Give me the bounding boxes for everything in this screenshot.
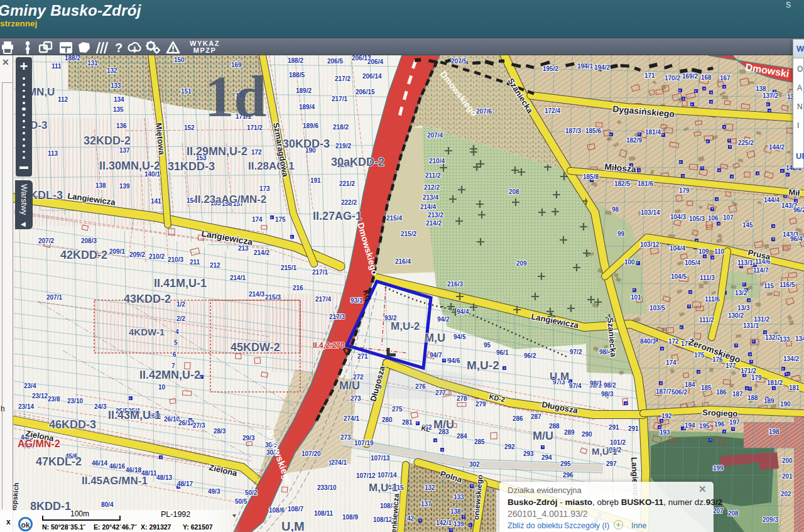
svg-text:273: 273 — [350, 395, 361, 402]
svg-text:217/2: 217/2 — [335, 75, 350, 82]
svg-text:296: 296 — [563, 472, 573, 479]
svg-text:137: 137 — [421, 501, 432, 508]
svg-text:KDL-3: KDL-3 — [30, 189, 63, 202]
svg-text:221/2: 221/2 — [339, 180, 355, 187]
svg-text:U,M: U,M — [550, 371, 569, 383]
svg-text:138: 138 — [756, 85, 766, 92]
svg-text:110: 110 — [714, 248, 725, 255]
svg-text:94/5: 94/5 — [454, 334, 466, 340]
svg-text:209/1: 209/1 — [109, 248, 125, 255]
svg-text:215/3: 215/3 — [265, 294, 281, 301]
svg-text:273: 273 — [340, 434, 351, 441]
svg-text:KL: KL — [421, 424, 432, 433]
svg-text:23/12: 23/12 — [32, 393, 48, 399]
svg-text:108/9: 108/9 — [342, 514, 358, 521]
svg-text:47KDL-2: 47KDL-2 — [36, 455, 82, 468]
svg-text:206/15: 206/15 — [356, 89, 375, 95]
svg-text:207/4: 207/4 — [427, 132, 443, 139]
svg-text:281: 281 — [402, 419, 413, 426]
svg-text:13/3: 13/3 — [737, 305, 750, 312]
svg-text:1/2: 1/2 — [177, 301, 185, 308]
svg-text:II.27AG-1: II.27AG-1 — [313, 210, 362, 222]
svg-text:50/5: 50/5 — [235, 498, 247, 505]
svg-text:286: 286 — [513, 415, 523, 422]
svg-text:181/2: 181/2 — [767, 379, 783, 386]
svg-text:206/14: 206/14 — [362, 73, 382, 80]
svg-text:186: 186 — [716, 389, 727, 396]
svg-text:111: 111 — [52, 63, 62, 70]
svg-text:289: 289 — [564, 429, 575, 436]
svg-text:213/4: 213/4 — [423, 194, 438, 201]
svg-text:II.42MN,U-2: II.42MN,U-2 — [139, 369, 200, 381]
svg-text:107/12: 107/12 — [356, 472, 376, 479]
svg-text:274/1: 274/1 — [331, 459, 347, 466]
svg-text:174: 174 — [252, 216, 263, 223]
svg-text:182/9: 182/9 — [626, 137, 642, 144]
svg-text:98/1: 98/1 — [590, 380, 602, 387]
svg-text:103/14: 103/14 — [641, 209, 660, 216]
svg-text:132/2: 132/2 — [765, 334, 781, 341]
svg-text:302: 302 — [469, 461, 480, 468]
svg-text:115: 115 — [764, 283, 774, 290]
svg-text:107: 107 — [723, 214, 734, 221]
svg-text:108/11: 108/11 — [314, 510, 333, 517]
svg-text:134: 134 — [114, 96, 124, 103]
svg-text:104/3: 104/3 — [670, 214, 686, 220]
svg-text:46/14: 46/14 — [92, 460, 107, 467]
svg-text:6: 6 — [173, 351, 177, 358]
svg-text:197: 197 — [729, 419, 740, 426]
svg-text:II.45AG/MN-1: II.45AG/MN-1 — [82, 475, 148, 487]
svg-text:175: 175 — [694, 352, 705, 359]
svg-text:222/2: 222/2 — [341, 199, 357, 206]
svg-text:II.41M,U-1: II.41M,U-1 — [154, 277, 207, 290]
svg-text:207/1: 207/1 — [46, 294, 62, 301]
svg-text:187/3: 187/3 — [565, 128, 581, 134]
svg-text:196: 196 — [714, 421, 725, 428]
svg-text:291: 291 — [628, 425, 639, 432]
svg-text:192: 192 — [661, 413, 672, 420]
svg-text:194/2: 194/2 — [594, 64, 610, 71]
svg-text:175: 175 — [275, 216, 286, 223]
svg-text:135: 135 — [113, 106, 124, 113]
svg-text:138: 138 — [95, 182, 106, 189]
svg-text:111/6: 111/6 — [705, 296, 720, 303]
svg-text:95: 95 — [484, 342, 491, 349]
svg-text:M,U-1: M,U-1 — [369, 482, 398, 494]
svg-text:219/2: 219/2 — [335, 143, 351, 149]
svg-text:151: 151 — [181, 88, 192, 95]
svg-text:171/2: 171/2 — [741, 367, 756, 374]
svg-text:II.4,2:270: II.4,2:270 — [313, 341, 345, 350]
svg-text:113: 113 — [48, 150, 58, 157]
svg-text:200: 200 — [782, 457, 793, 464]
svg-text:107/19: 107/19 — [354, 440, 374, 447]
svg-text:31KDD-3: 31KDD-3 — [168, 160, 215, 173]
svg-text:297: 297 — [606, 460, 617, 467]
svg-text:98: 98 — [612, 206, 619, 213]
svg-text:24/3: 24/3 — [94, 403, 107, 410]
svg-text:216/4: 216/4 — [395, 258, 411, 265]
svg-text:206/4: 206/4 — [367, 58, 383, 65]
svg-text:II.43M,U-1: II.43M,U-1 — [108, 409, 161, 421]
svg-text:111/3: 111/3 — [700, 274, 715, 281]
svg-text:141: 141 — [151, 198, 161, 205]
svg-text:189/6: 189/6 — [303, 122, 318, 129]
svg-text:216: 216 — [293, 285, 303, 291]
svg-text:46/16: 46/16 — [109, 463, 125, 470]
svg-text:152: 152 — [184, 124, 195, 131]
svg-text:108/6: 108/6 — [269, 507, 285, 514]
svg-text:198: 198 — [769, 428, 780, 435]
svg-text:210/2: 210/2 — [149, 253, 165, 260]
svg-text:193: 193 — [660, 429, 670, 436]
svg-text:201: 201 — [782, 473, 793, 480]
svg-text:169/2: 169/2 — [682, 73, 698, 80]
svg-text:132: 132 — [107, 67, 117, 74]
svg-text:207: 207 — [713, 508, 724, 514]
svg-text:212/2: 212/2 — [424, 184, 440, 191]
svg-text:96/2: 96/2 — [524, 352, 536, 359]
svg-text:94/6: 94/6 — [448, 357, 460, 364]
svg-text:171: 171 — [644, 72, 655, 79]
svg-text:188/5: 188/5 — [289, 72, 305, 79]
svg-text:209/2: 209/2 — [129, 251, 145, 258]
svg-text:214/2: 214/2 — [426, 220, 442, 227]
svg-text:179: 179 — [751, 374, 762, 381]
